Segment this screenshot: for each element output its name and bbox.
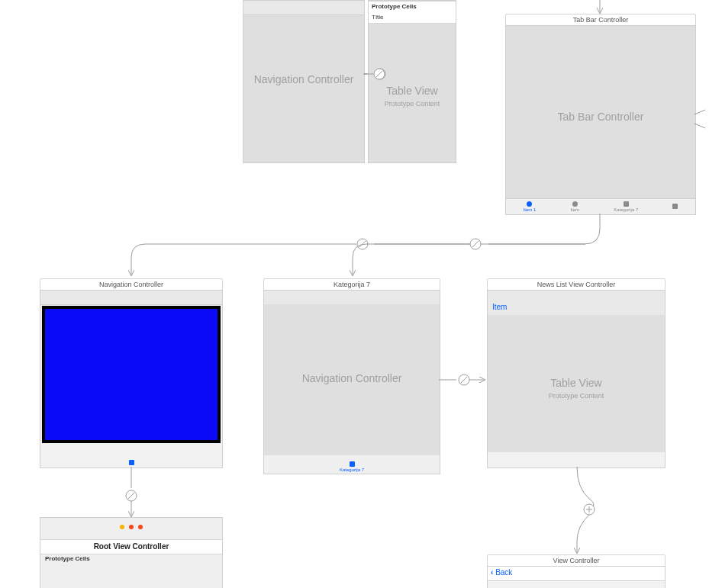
svg-point-12 bbox=[470, 239, 481, 249]
scene-tableview-top[interactable]: Prototype Cells TItle Table View Prototy… bbox=[368, 0, 456, 163]
tabbar-mini bbox=[40, 460, 222, 465]
storyboard-canvas[interactable]: Navigation Controller Prototype Cells TI… bbox=[0, 0, 709, 588]
square-icon bbox=[672, 204, 678, 209]
prototype-cells-header: Prototype Cells bbox=[369, 1, 456, 12]
chevron-left-icon: ‹ bbox=[491, 568, 493, 577]
tabbar-item-2[interactable]: Item bbox=[570, 201, 579, 212]
scene-title: Table View Prototype Content bbox=[488, 377, 665, 400]
square-icon bbox=[350, 461, 355, 467]
nav-title: Navigation Controller bbox=[243, 73, 364, 85]
scene-view-controller[interactable]: ‹ Back bbox=[487, 566, 665, 588]
label-view-controller[interactable]: View Controller bbox=[487, 554, 665, 567]
navbar-item-button[interactable]: Item bbox=[492, 303, 507, 311]
prototype-cells-header: Prototype Cells bbox=[40, 553, 222, 564]
tabbar-mini: Kategorija 7 bbox=[264, 461, 440, 472]
svg-point-19 bbox=[126, 490, 137, 501]
tabbar-item-1[interactable]: Item 1 bbox=[524, 201, 537, 212]
scene-title: Navigation Controller bbox=[243, 73, 364, 85]
scene-nav-top[interactable]: Navigation Controller bbox=[243, 0, 365, 163]
circle-icon bbox=[527, 201, 532, 207]
navbar bbox=[243, 1, 364, 15]
scene-nav-a[interactable] bbox=[40, 290, 223, 468]
tabbar: Item 1 Item Kategorija 7 bbox=[506, 198, 695, 214]
nav-title: Navigation Controller bbox=[264, 372, 440, 384]
navbar bbox=[264, 291, 440, 305]
scene-title: Table View Prototype Content bbox=[369, 85, 456, 108]
label-news-list[interactable]: News List View Controller bbox=[487, 278, 665, 291]
blue-content-view bbox=[42, 306, 221, 443]
svg-line-13 bbox=[472, 241, 479, 247]
circle-icon bbox=[572, 201, 578, 207]
label-nav-a[interactable]: Navigation Controller bbox=[40, 278, 223, 291]
tabbar-item-label: Kategorija 7 bbox=[264, 468, 440, 472]
tableview-subtitle: Prototype Content bbox=[488, 392, 665, 400]
svg-line-16 bbox=[461, 377, 467, 383]
svg-line-20 bbox=[128, 493, 134, 499]
tableview-title: Table View bbox=[369, 85, 456, 97]
scene-tabbar-controller[interactable]: Tab Bar Controller Item 1 Item Kategorij… bbox=[505, 25, 696, 215]
back-button[interactable]: ‹ Back bbox=[491, 568, 512, 577]
navbar bbox=[40, 291, 222, 305]
inner-table-body: Table View Prototype Content bbox=[488, 315, 665, 452]
svg-point-22 bbox=[584, 504, 595, 515]
scene-title: Tab Bar Controller bbox=[506, 111, 695, 123]
scene-root-vc[interactable]: Root View Controller Prototype Cells bbox=[40, 517, 223, 588]
scene-nav-b[interactable]: Navigation Controller Kategorija 7 bbox=[263, 290, 440, 474]
label-nav-b[interactable]: Kategorija 7 bbox=[263, 278, 440, 291]
scene-title: Navigation Controller bbox=[264, 372, 440, 384]
tableview-subtitle: Prototype Content bbox=[369, 100, 456, 108]
root-vc-title: Root View Controller bbox=[40, 539, 222, 554]
square-icon bbox=[129, 460, 134, 465]
svg-point-10 bbox=[357, 239, 368, 249]
navbar: ‹ Back bbox=[488, 567, 665, 581]
scene-indicator-dots bbox=[40, 522, 222, 531]
label-tabbar-controller[interactable]: Tab Bar Controller bbox=[505, 14, 696, 26]
navbar: Item bbox=[488, 291, 665, 316]
tableview-title: Table View bbox=[488, 377, 665, 389]
scene-news-list[interactable]: Item Table View Prototype Content bbox=[487, 290, 665, 468]
inner-nav-body: Navigation Controller bbox=[264, 304, 440, 455]
svg-point-15 bbox=[459, 374, 469, 385]
tabbar-item-4[interactable] bbox=[672, 204, 678, 210]
svg-line-11 bbox=[359, 241, 366, 247]
tabbar-title: Tab Bar Controller bbox=[506, 111, 695, 123]
square-icon bbox=[624, 201, 629, 207]
tabbar-item-3[interactable]: Kategorija 7 bbox=[614, 201, 638, 212]
prototype-cell-title[interactable]: TItle bbox=[369, 11, 456, 24]
